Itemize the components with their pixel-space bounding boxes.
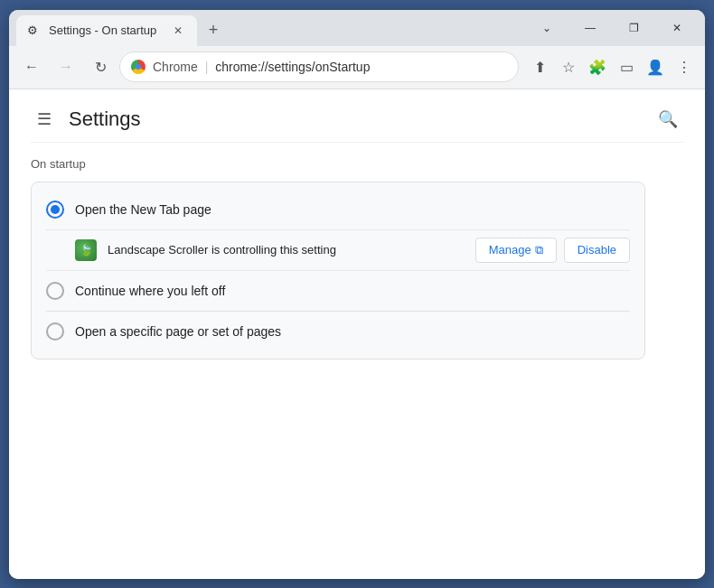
more-btn[interactable]: ⋮ bbox=[671, 53, 698, 80]
sidebar-btn[interactable]: ▭ bbox=[613, 53, 640, 80]
close-btn[interactable]: ✕ bbox=[656, 17, 698, 39]
tab-favicon: ⚙ bbox=[27, 23, 42, 38]
radio-specific-label: Open a specific page or set of pages bbox=[75, 324, 281, 339]
extension-actions: Manage ⧉ Disable bbox=[475, 238, 630, 263]
manage-btn[interactable]: Manage ⧉ bbox=[475, 238, 557, 263]
settings-main: ☰ Settings 🔍 On startup Open the New Tab… bbox=[9, 89, 705, 579]
forward-btn[interactable]: → bbox=[51, 51, 81, 82]
section-label: On startup bbox=[31, 157, 683, 171]
bookmark-btn[interactable]: ☆ bbox=[555, 53, 582, 80]
address-text: Chrome | chrome://settings/onStartup bbox=[153, 60, 507, 74]
nav-right-icons: ⬆ ☆ 🧩 ▭ 👤 ⋮ bbox=[526, 53, 698, 80]
disable-label: Disable bbox=[578, 243, 616, 257]
nav-bar: ← → ↻ Chrome | chrome://settings/onStart… bbox=[9, 46, 705, 89]
settings-page-title: Settings bbox=[69, 107, 141, 131]
settings-search-btn[interactable]: 🔍 bbox=[653, 104, 683, 135]
settings-header: ☰ Settings 🔍 bbox=[31, 104, 683, 143]
chrome-brand: Chrome bbox=[153, 60, 198, 74]
browser-window: ⌄ — ❐ ✕ ⚙ Settings - On startup ✕ + ← → … bbox=[9, 10, 705, 579]
radio-new-tab[interactable] bbox=[46, 201, 64, 219]
tab-title: Settings - On startup bbox=[49, 23, 163, 37]
active-tab[interactable]: ⚙ Settings - On startup ✕ bbox=[16, 15, 197, 46]
maximize-btn[interactable]: ❐ bbox=[613, 17, 654, 39]
menu-btn[interactable]: ☰ bbox=[31, 106, 58, 133]
address-separator: | bbox=[205, 60, 212, 74]
reload-btn[interactable]: ↻ bbox=[85, 51, 116, 82]
radio-specific[interactable] bbox=[46, 322, 64, 341]
radio-continue[interactable] bbox=[46, 282, 64, 300]
extension-message: Landscape Scroller is controlling this s… bbox=[108, 243, 465, 257]
external-link-icon: ⧉ bbox=[535, 243, 543, 257]
new-tab-btn[interactable]: + bbox=[201, 18, 226, 43]
address-url: chrome://settings/onStartup bbox=[215, 60, 370, 74]
radio-option-new-tab[interactable]: Open the New Tab page bbox=[46, 190, 630, 229]
title-bar: ⌄ — ❐ ✕ ⚙ Settings - On startup ✕ + bbox=[9, 10, 705, 46]
tab-close-btn[interactable]: ✕ bbox=[170, 23, 186, 39]
tab-bar: ⚙ Settings - On startup ✕ + bbox=[16, 10, 226, 46]
extensions-btn[interactable]: 🧩 bbox=[584, 53, 611, 80]
share-btn[interactable]: ⬆ bbox=[526, 53, 553, 80]
radio-option-continue[interactable]: Continue where you left off bbox=[46, 271, 630, 311]
startup-card: Open the New Tab page 🍃 Landscape Scroll… bbox=[31, 182, 645, 359]
address-bar[interactable]: Chrome | chrome://settings/onStartup bbox=[119, 51, 519, 82]
site-icon bbox=[131, 60, 146, 74]
back-btn[interactable]: ← bbox=[16, 51, 47, 82]
profile-btn[interactable]: 👤 bbox=[642, 53, 669, 80]
window-controls: ⌄ — ❐ ✕ bbox=[526, 17, 698, 39]
disable-btn[interactable]: Disable bbox=[564, 238, 630, 263]
radio-new-tab-label: Open the New Tab page bbox=[75, 202, 211, 217]
settings-layout: ☰ Settings 🔍 On startup Open the New Tab… bbox=[9, 89, 705, 579]
minimize-btn[interactable]: — bbox=[569, 17, 611, 39]
radio-option-specific[interactable]: Open a specific page or set of pages bbox=[46, 312, 630, 351]
manage-label: Manage bbox=[489, 243, 531, 257]
extension-row: 🍃 Landscape Scroller is controlling this… bbox=[46, 229, 630, 271]
radio-continue-label: Continue where you left off bbox=[75, 284, 225, 298]
page-content: ☰ Settings 🔍 On startup Open the New Tab… bbox=[9, 89, 705, 579]
dropdown-btn[interactable]: ⌄ bbox=[526, 17, 568, 39]
settings-title-row: ☰ Settings bbox=[31, 106, 141, 133]
extension-icon: 🍃 bbox=[75, 239, 97, 261]
